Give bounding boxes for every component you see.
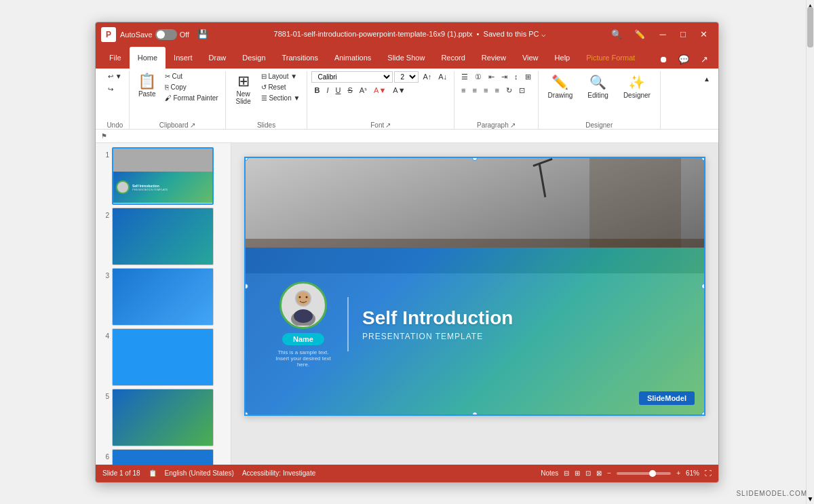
zoom-level-label: 61% — [686, 469, 699, 477]
slide-thumb-3[interactable]: 3 — [98, 268, 228, 326]
toggle-knob — [157, 31, 165, 39]
brand-badge: SlideModel — [639, 391, 695, 405]
copy-button[interactable]: ⎘ Copy — [162, 82, 221, 92]
tab-slideshow[interactable]: Slide Show — [379, 47, 433, 69]
slide-thumb-4[interactable]: 4 — [98, 328, 228, 386]
font-family-select[interactable]: Calibri — [311, 71, 393, 83]
minus-zoom-button[interactable]: − — [607, 469, 611, 477]
fit-screen-button[interactable]: ⛶ — [705, 469, 712, 477]
cut-button[interactable]: ✂ Cut — [162, 71, 221, 81]
maximize-button[interactable]: □ — [674, 26, 693, 43]
tab-record[interactable]: Record — [433, 47, 473, 69]
handle-top-right[interactable] — [701, 157, 705, 161]
drawing-button[interactable]: ✏️ Drawing — [543, 71, 579, 102]
strikethrough-button[interactable]: S — [345, 85, 355, 96]
slide-thumb-2[interactable]: 2 — [98, 208, 228, 265]
tab-animations[interactable]: Animations — [326, 47, 379, 69]
align-center-button[interactable]: ≡ — [470, 85, 480, 96]
title-bar: P AutoSave Off 💾 7881-01-self-introducti… — [96, 22, 718, 47]
save-icon[interactable]: 💾 — [193, 27, 212, 41]
plus-zoom-button[interactable]: + — [676, 469, 680, 477]
slide-sub-title: PRESENTATION TEMPLATE — [362, 332, 677, 341]
align-left-button[interactable]: ≡ — [459, 85, 468, 96]
editing-area: Name This is a sample text. Insert your … — [231, 143, 718, 465]
slide-img-1: Self Introduction PRESENTATION TEMPLATE — [112, 147, 214, 205]
ribbon-group-paragraph: ☰ ① ⇤ ⇥ ↕ ⊞ ≡ ≡ ≡ ≡ ↻ ⊡ Paragraph — [454, 71, 539, 129]
toggle-state-label: Off — [180, 31, 189, 39]
clipboard-small-buttons: ✂ Cut ⎘ Copy 🖌 Format Painter — [162, 71, 221, 103]
clipboard-label: Clipboard ↗ — [159, 121, 195, 129]
zoom-slider[interactable] — [617, 472, 671, 475]
presenter-view-icon[interactable]: ⊠ — [596, 469, 602, 477]
ribbon-collapse-button[interactable]: ▲ — [701, 74, 713, 84]
redo-button[interactable]: ↪ — [105, 84, 116, 94]
justify-button[interactable]: ≡ — [492, 85, 501, 96]
line-spacing-button[interactable]: ↕ — [511, 71, 521, 82]
underline-button[interactable]: U — [332, 85, 343, 96]
italic-button[interactable]: I — [324, 85, 331, 96]
highlight-button[interactable]: A▼ — [390, 85, 408, 96]
close-button[interactable]: ✕ — [694, 26, 713, 43]
search-icon[interactable]: 🔍 — [607, 27, 626, 41]
ribbon-tabs: File Home Insert Draw Design Transitions… — [96, 47, 718, 69]
share-icon-btn[interactable]: ↗ — [695, 51, 713, 69]
layout-button[interactable]: ⊟ Layout ▼ — [258, 71, 303, 81]
increase-font-button[interactable]: A↑ — [420, 71, 434, 82]
inc-indent-button[interactable]: ⇥ — [499, 71, 510, 83]
editing-button[interactable]: 🔍 Editing — [582, 71, 614, 102]
handle-bottom-middle[interactable] — [472, 412, 478, 416]
window-controls: ─ □ ✕ — [653, 26, 713, 43]
slide-canvas[interactable]: Name This is a sample text. Insert your … — [244, 157, 705, 416]
dec-indent-button[interactable]: ⇤ — [486, 71, 497, 83]
normal-view-icon[interactable]: ⊟ — [564, 469, 569, 477]
ribbon: ↩ ▼ ↪ Undo 📋 Paste ✂ Cut ⎘ Copy 🖌 Format… — [96, 69, 718, 130]
reset-button[interactable]: ↺ Reset — [258, 82, 303, 92]
undo-button[interactable]: ↩ ▼ — [105, 71, 125, 81]
section-button[interactable]: ☰ Section ▼ — [258, 93, 303, 103]
decrease-font-button[interactable]: A↓ — [435, 71, 450, 82]
ribbon-group-slides: ⊞ New Slide ⊟ Layout ▼ ↺ Reset ☰ Section… — [226, 71, 308, 129]
smart-art-button[interactable]: ⊡ — [516, 85, 528, 96]
paste-button[interactable]: 📋 Paste — [134, 71, 161, 100]
tab-home[interactable]: Home — [130, 47, 166, 69]
tab-draw[interactable]: Draw — [201, 47, 235, 69]
bullets-button[interactable]: ☰ — [459, 71, 471, 83]
minimize-button[interactable]: ─ — [653, 26, 672, 43]
slide-thumb-6[interactable]: 6 — [98, 449, 228, 465]
font-row-2: B I U S Aˢ A▼ A▼ — [311, 85, 408, 96]
format-painter-button[interactable]: 🖌 Format Painter — [162, 93, 221, 103]
numbering-button[interactable]: ① — [472, 71, 484, 83]
record-icon-btn[interactable]: ⏺ — [655, 51, 672, 69]
new-slide-button[interactable]: ⊞ New Slide — [230, 71, 257, 108]
profile-circle — [279, 282, 327, 329]
tab-file[interactable]: File — [101, 47, 130, 69]
tab-design[interactable]: Design — [234, 47, 273, 69]
ribbon-right-controls: ⏺ 💬 ↗ — [655, 51, 713, 69]
tab-view[interactable]: View — [514, 47, 547, 69]
notes-button[interactable]: Notes — [541, 469, 558, 477]
font-size-select[interactable]: 24 — [394, 71, 419, 83]
reading-view-icon[interactable]: ⊡ — [585, 469, 591, 477]
handle-bottom-right[interactable] — [701, 412, 705, 416]
autosave-toggle[interactable] — [155, 29, 177, 40]
font-color-button[interactable]: A▼ — [371, 85, 389, 96]
slide-sorter-icon[interactable]: ⊞ — [575, 469, 580, 477]
text-direction-button[interactable]: ↻ — [503, 85, 515, 96]
slide-thumb-5[interactable]: 5 — [98, 389, 228, 446]
designer-button[interactable]: ✨ Designer — [618, 71, 656, 102]
slide-thumb-1[interactable]: 1 Self Introduction PRESENTATION TEMPLAT… — [98, 147, 228, 205]
tab-transitions[interactable]: Transitions — [274, 47, 326, 69]
shadow-button[interactable]: Aˢ — [357, 85, 370, 96]
pen-icon[interactable]: ✏️ — [630, 27, 649, 41]
tab-help[interactable]: Help — [547, 47, 579, 69]
tab-picture-format[interactable]: Picture Format — [578, 47, 643, 69]
app-logo: P — [101, 27, 116, 42]
columns-button[interactable]: ⊞ — [522, 71, 534, 83]
tab-insert[interactable]: Insert — [166, 47, 201, 69]
comment-icon-btn[interactable]: 💬 — [675, 51, 693, 69]
bold-button[interactable]: B — [311, 85, 322, 96]
status-bar-right: Notes ⊟ ⊞ ⊡ ⊠ − + 61% ⛶ — [541, 469, 712, 477]
tab-review[interactable]: Review — [473, 47, 514, 69]
align-right-button[interactable]: ≡ — [481, 85, 490, 96]
handle-middle-right[interactable] — [701, 284, 705, 289]
